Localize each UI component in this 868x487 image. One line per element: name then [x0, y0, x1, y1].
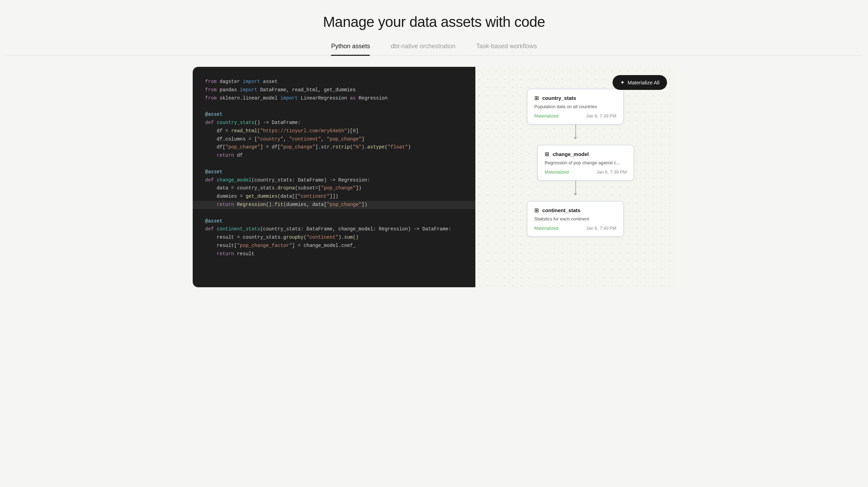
asset-card-country-stats[interactable]: ⊞ country_stats Population data on all c…: [527, 89, 624, 124]
assets-flow: ⊞ country_stats Population data on all c…: [486, 89, 664, 237]
asset-card-header: ⊞ change_model: [545, 151, 627, 157]
asset-card-header: ⊞ country_stats: [534, 95, 616, 101]
materialized-badge: Materialized: [545, 169, 569, 175]
materialized-badge: Materialized: [534, 226, 558, 231]
materialize-btn-label: Materialize All: [627, 80, 659, 85]
asset-footer: Materialized Jan 6, 7:40 PM: [534, 226, 616, 231]
materialize-all-button[interactable]: ✦ Materialize All: [613, 75, 667, 90]
asset-timestamp: Jan 6, 7:40 PM: [586, 226, 616, 231]
table-icon-3: ⊞: [534, 207, 539, 214]
page-title: Manage your data assets with code: [7, 14, 861, 30]
code-panel: from dagster import asset from pandas im…: [193, 67, 475, 287]
asset-card-continent-stats[interactable]: ⊞ continent_stats Statistics for each co…: [527, 201, 624, 237]
asset-footer: Materialized Jan 6, 7:39 PM: [545, 169, 627, 175]
asset-description: Regression of pop change against c...: [545, 160, 627, 165]
tabs-nav: Python assets dbt-native orchestration T…: [7, 43, 861, 56]
table-icon: ⊞: [534, 95, 539, 101]
main-content: from dagster import asset from pandas im…: [193, 67, 675, 287]
asset-card-change-model[interactable]: ⊞ change_model Regression of pop change …: [537, 145, 634, 180]
star-icon: ✦: [620, 79, 625, 86]
asset-timestamp: Jan 6, 7:39 PM: [586, 113, 616, 118]
asset-timestamp: Jan 6, 7:39 PM: [597, 169, 627, 175]
tab-python-assets[interactable]: Python assets: [331, 43, 370, 55]
asset-footer: Materialized Jan 6, 7:39 PM: [534, 113, 616, 118]
asset-description: Statistics for each continent: [534, 216, 616, 221]
asset-name: continent_stats: [542, 207, 581, 213]
asset-card-header: ⊞ continent_stats: [534, 207, 616, 214]
asset-name: country_stats: [542, 95, 576, 101]
tab-task-based[interactable]: Task-based workflows: [476, 43, 537, 55]
materialized-badge: Materialized: [534, 113, 558, 118]
right-panel: ✦ Materialize All ⊞ country_stats Popula…: [475, 67, 675, 287]
tab-dbt-native[interactable]: dbt-native orchestration: [391, 43, 455, 55]
asset-description: Population data on all countries: [534, 104, 616, 109]
asset-name: change_model: [553, 151, 589, 157]
table-icon-2: ⊞: [545, 151, 549, 157]
